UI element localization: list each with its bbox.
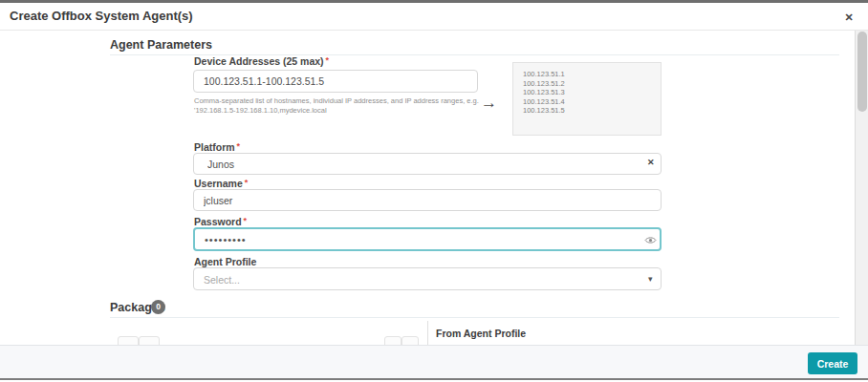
select-placeholder: Select... (204, 274, 240, 286)
required-asterisk: * (245, 178, 249, 187)
scrollbar-thumb[interactable] (857, 32, 867, 112)
column-header-from-agent-profile: From Agent Profile (436, 328, 526, 339)
modal-footer: Create (0, 345, 868, 378)
create-offbox-agent-modal: Create Offbox System Agent(s) ✕ Agent Pa… (0, 0, 868, 382)
column-divider (427, 321, 428, 346)
eye-icon[interactable] (644, 233, 657, 250)
resolved-addresses-preview: 100.123.51.1 100.123.51.2 100.123.51.3 1… (512, 62, 662, 136)
close-icon[interactable]: ✕ (841, 10, 857, 25)
agent-profile-label: Agent Profile (194, 256, 256, 267)
resolved-address: 100.123.51.2 (523, 79, 661, 89)
platform-input[interactable] (193, 153, 662, 175)
section-title-agent-parameters: Agent Parameters (110, 38, 212, 52)
resolved-address: 100.123.51.4 (523, 97, 661, 107)
arrow-right-icon: → (481, 94, 497, 113)
password-input[interactable] (193, 227, 662, 251)
password-label: Password* (194, 216, 247, 227)
required-asterisk: * (326, 55, 330, 65)
username-label: Username* (194, 178, 248, 189)
agent-profile-select[interactable]: Select... (193, 267, 662, 290)
device-addresses-label: Device Addresses (25 max)* (194, 55, 329, 67)
header-divider (0, 30, 868, 31)
chevron-down-icon[interactable]: ▾ (648, 274, 653, 284)
window-top-edge (0, 0, 868, 3)
required-asterisk: * (244, 216, 248, 225)
window-bottom-edge (0, 378, 868, 380)
device-addresses-helper: Comma-separated list of hostnames, indiv… (194, 96, 481, 116)
section-divider (110, 317, 839, 318)
scrollbar-track[interactable] (855, 31, 868, 345)
page-title: Create Offbox System Agent(s) (10, 9, 193, 23)
resolved-address: 100.123.51.5 (523, 106, 661, 116)
resolved-address: 100.123.51.3 (523, 88, 661, 97)
required-asterisk: * (237, 141, 241, 151)
create-button[interactable]: Create (808, 352, 857, 374)
resolved-address: 100.123.51.1 (523, 70, 661, 79)
platform-label: Platform* (194, 141, 240, 153)
username-input[interactable] (193, 189, 662, 211)
clear-icon[interactable]: ✕ (647, 158, 655, 167)
device-addresses-input[interactable] (193, 70, 478, 93)
packages-count-badge: 0 (151, 300, 165, 314)
